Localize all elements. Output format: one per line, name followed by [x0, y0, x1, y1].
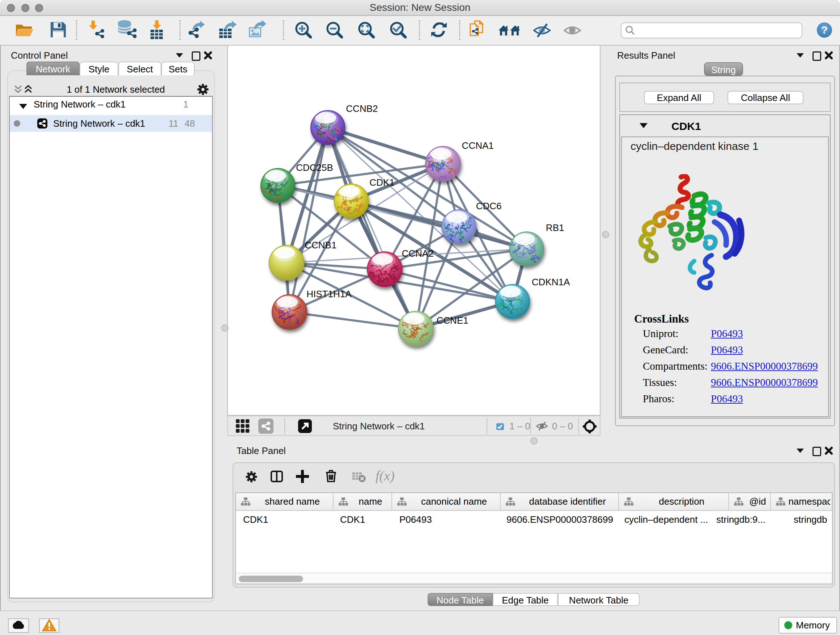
svg-text:CDC6: CDC6 [476, 201, 502, 211]
svg-text:CDKN1A: CDKN1A [532, 277, 570, 287]
svg-text:CCNB1: CCNB1 [305, 240, 336, 250]
svg-text:RB1: RB1 [546, 223, 564, 233]
svg-text:CDK1: CDK1 [369, 177, 394, 188]
svg-text:CCNA1: CCNA1 [462, 140, 494, 151]
svg-text:CCNE1: CCNE1 [437, 315, 469, 326]
svg-text:CDC25B: CDC25B [296, 162, 333, 173]
svg-text:HIST1H1A: HIST1H1A [306, 288, 352, 299]
svg-text:CCNB2: CCNB2 [346, 103, 378, 114]
svg-text:CCNA2: CCNA2 [401, 248, 433, 259]
